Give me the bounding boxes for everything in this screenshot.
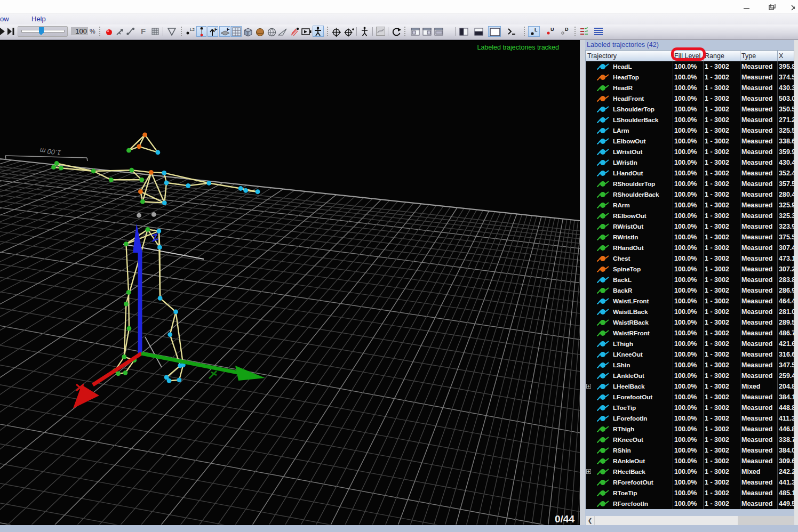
svg-text:Labeled trajectories tracked: Labeled trajectories tracked: [477, 44, 559, 51]
svg-text:0/44: 0/44: [555, 513, 574, 525]
svg-text:U: U: [550, 27, 554, 32]
svg-text:L2: L2: [190, 27, 195, 32]
svg-text:F: F: [214, 27, 218, 32]
svg-text:F: F: [227, 27, 230, 32]
svg-text:D: D: [565, 27, 569, 32]
svg-text:L: L: [534, 27, 538, 33]
